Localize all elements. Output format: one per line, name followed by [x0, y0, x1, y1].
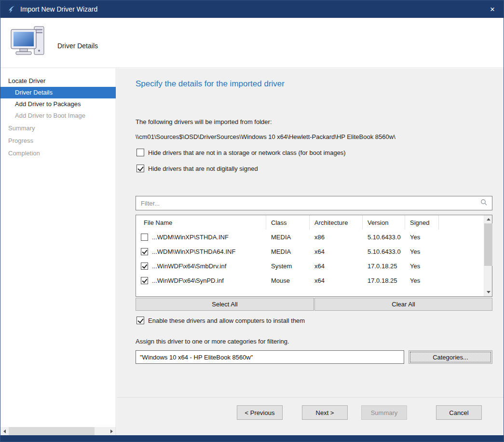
folder-intro-text: The following drivers will be imported f…: [136, 118, 272, 125]
search-icon: [480, 199, 488, 208]
cancel-button[interactable]: Cancel: [436, 405, 482, 420]
scroll-right-arrow-icon[interactable]: [108, 427, 116, 435]
sidebar-item-add-driver-to-packages[interactable]: Add Driver to Packages: [0, 98, 116, 110]
version-cell: 17.0.18.25: [363, 259, 405, 273]
bottom-accent-strip: [0, 435, 504, 442]
column-header-class[interactable]: Class: [266, 215, 310, 230]
horizontal-scrollbar-thumb[interactable]: [9, 427, 95, 435]
category-field[interactable]: [136, 350, 404, 364]
class-cell: MEDIA: [266, 244, 310, 259]
table-row[interactable]: ...WinWDF\x64\SmbDrv.inf System x64 17.0…: [136, 259, 484, 273]
wizard-content: Specify the details for the imported dri…: [117, 69, 504, 435]
enable-drivers-label: Enable these drivers and allow computers…: [148, 317, 305, 324]
column-header-file-name[interactable]: File Name: [136, 215, 266, 230]
enable-drivers-checkbox-row[interactable]: Enable these drivers and allow computers…: [136, 317, 305, 324]
scroll-down-arrow-icon[interactable]: [484, 288, 492, 296]
assign-categories-text: Assign this driver to one or more catego…: [136, 338, 289, 345]
row-checkbox[interactable]: [141, 262, 148, 270]
hide-unsigned-label: Hide drivers that are not digitally sign…: [148, 165, 258, 172]
wizard-header: Driver Details: [0, 18, 504, 68]
scroll-left-arrow-icon[interactable]: [0, 427, 9, 435]
version-cell: 17.0.18.25: [363, 273, 405, 288]
sidebar-item-completion: Completion: [0, 148, 116, 159]
clear-all-button[interactable]: Clear All: [314, 298, 492, 311]
window-title: Import New Driver Wizard: [20, 5, 97, 13]
hide-unsigned-checkbox[interactable]: [136, 165, 144, 172]
row-checkbox[interactable]: [141, 277, 148, 284]
file-name-cell: ...WDM\WinXP\STHDA64.INF: [152, 248, 235, 255]
table-vertical-scrollbar[interactable]: [484, 215, 492, 296]
sidebar-item-locate-driver[interactable]: Locate Driver: [0, 75, 116, 87]
sidebar-item-summary: Summary: [0, 123, 116, 134]
folder-path-text: \\cm01\Sources$\OSD\DriverSources\Window…: [136, 133, 395, 140]
hide-unsigned-checkbox-row[interactable]: Hide drivers that are not digitally sign…: [136, 165, 258, 172]
signed-cell: Yes: [405, 244, 439, 259]
table-row[interactable]: ...WinWDF\x64\SynPD.inf Mouse x64 17.0.1…: [136, 273, 484, 288]
file-name-cell: ...WinWDF\x64\SynPD.inf: [152, 277, 224, 284]
sidebar-item-add-driver-to-boot-image: Add Driver to Boot Image: [0, 110, 116, 122]
class-cell: MEDIA: [266, 230, 310, 244]
signed-cell: Yes: [405, 259, 439, 273]
titlebar: Import New Driver Wizard ✕: [0, 0, 504, 18]
column-header-version[interactable]: Version: [363, 215, 405, 230]
previous-button[interactable]: < Previous: [237, 405, 283, 420]
column-header-signed[interactable]: Signed: [405, 215, 439, 230]
architecture-cell: x64: [310, 259, 363, 273]
vertical-scrollbar-thumb[interactable]: [484, 223, 492, 266]
architecture-cell: x86: [310, 230, 363, 244]
row-checkbox[interactable]: [141, 234, 148, 241]
signed-cell: Yes: [405, 273, 439, 288]
hide-storage-checkbox[interactable]: [136, 149, 144, 156]
footer-divider: [117, 397, 504, 398]
wizard-steps-sidebar: Locate Driver Driver Details Add Driver …: [0, 69, 116, 435]
table-row[interactable]: ...WDM\WinXP\STHDA.INF MEDIA x86 5.10.64…: [136, 230, 484, 244]
hide-storage-checkbox-row[interactable]: Hide drivers that are not in a storage o…: [136, 149, 346, 156]
enable-drivers-checkbox[interactable]: [136, 317, 144, 324]
drivers-table: File Name Class Architecture Version Sig…: [136, 215, 492, 297]
categories-button[interactable]: Categories...: [409, 350, 492, 364]
version-cell: 5.10.6433.0: [363, 244, 405, 259]
class-cell: System: [266, 259, 310, 273]
select-all-button[interactable]: Select All: [136, 298, 314, 311]
hide-storage-label: Hide drivers that are not in a storage o…: [148, 149, 346, 156]
table-header: File Name Class Architecture Version Sig…: [136, 215, 484, 230]
filter-input[interactable]: [136, 196, 480, 210]
architecture-cell: x64: [310, 273, 363, 288]
signed-cell: Yes: [405, 230, 439, 244]
filter-box: [136, 196, 492, 210]
sidebar-item-progress: Progress: [0, 135, 116, 147]
import-new-driver-wizard-window: Import New Driver Wizard ✕ Driver: [0, 0, 504, 442]
table-row[interactable]: ...WDM\WinXP\STHDA64.INF MEDIA x64 5.10.…: [136, 244, 484, 259]
scroll-up-arrow-icon[interactable]: [484, 215, 492, 223]
architecture-cell: x64: [310, 244, 363, 259]
header-title: Driver Details: [57, 42, 98, 50]
file-name-cell: ...WDM\WinXP\STHDA.INF: [152, 234, 229, 241]
class-cell: Mouse: [266, 273, 310, 288]
sidebar-horizontal-scrollbar[interactable]: [0, 427, 116, 435]
column-header-architecture[interactable]: Architecture: [310, 215, 363, 230]
wizard-icon: [7, 5, 15, 14]
computer-icon: [9, 24, 48, 64]
version-cell: 5.10.6433.0: [363, 230, 405, 244]
next-button[interactable]: Next >: [302, 405, 348, 420]
close-button[interactable]: ✕: [481, 0, 504, 18]
row-checkbox[interactable]: [141, 248, 148, 255]
page-title: Specify the details for the imported dri…: [136, 79, 285, 89]
sidebar-item-driver-details[interactable]: Driver Details: [0, 87, 116, 98]
summary-button: Summary: [361, 405, 407, 420]
file-name-cell: ...WinWDF\x64\SmbDrv.inf: [152, 262, 226, 270]
